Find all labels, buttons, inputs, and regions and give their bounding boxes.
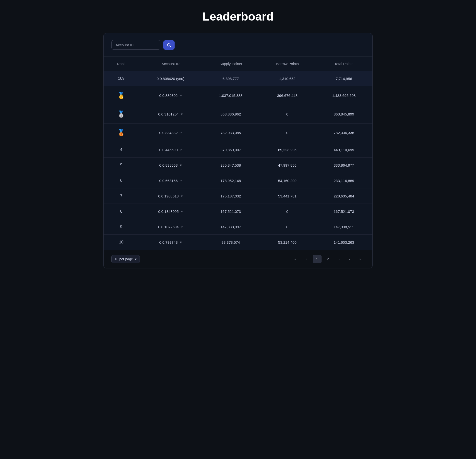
table-row: 4 0.0.445590 ↗ 379,869,007 69,223,296 44… xyxy=(104,142,372,158)
prev-page-button[interactable]: ‹ xyxy=(302,255,311,263)
table-header: Rank Account ID Supply Points Borrow Poi… xyxy=(104,57,372,71)
supply-points-cell: 863,836,962 xyxy=(202,105,259,124)
highlighted-supply-points: 6,398,777 xyxy=(202,71,259,86)
account-id-cell: 0.0.663166 ↗ xyxy=(139,173,202,188)
table-row: 9 0.0.1072694 ↗ 147,338,097 0 147,338,51… xyxy=(104,219,372,235)
rank-number: 8 xyxy=(104,204,139,219)
rank-medal: 🥉 xyxy=(104,124,139,142)
leaderboard-table: Rank Account ID Supply Points Borrow Poi… xyxy=(104,57,372,250)
supply-points-cell: 1,037,015,388 xyxy=(202,86,259,105)
account-link[interactable]: 0.0.445590 ↗ xyxy=(159,148,182,152)
svg-line-1 xyxy=(170,46,170,46)
account-link[interactable]: 0.0.1072694 ↗ xyxy=(158,225,183,229)
table-body: 109 0.0.808420 (you) 6,398,777 1,310,652… xyxy=(104,71,372,250)
account-id-cell: 0.0.1348095 ↗ xyxy=(139,204,202,219)
account-link[interactable]: 0.0.880302 ↗ xyxy=(159,93,182,98)
total-points-cell: 147,338,511 xyxy=(315,219,372,235)
next-page-button[interactable]: › xyxy=(345,255,354,263)
rank-number: 5 xyxy=(104,158,139,173)
borrow-points-cell: 0 xyxy=(259,105,315,124)
page-1-button[interactable]: 1 xyxy=(313,255,321,263)
table-row: 🥈 0.0.3161254 ↗ 863,836,962 0 863,845,89… xyxy=(104,105,372,124)
account-id-cell: 0.0.838563 ↗ xyxy=(139,158,202,173)
first-page-button[interactable]: « xyxy=(291,255,300,263)
per-page-label: 10 per page xyxy=(115,257,133,261)
account-id-search-input[interactable] xyxy=(111,40,160,50)
borrow-points-cell: 0 xyxy=(259,219,315,235)
page-2-button[interactable]: 2 xyxy=(323,255,332,263)
table-row: 10 0.0.793748 ↗ 88,378,574 53,214,400 14… xyxy=(104,235,372,250)
highlighted-total-points: 7,714,956 xyxy=(315,71,372,86)
account-id-cell: 0.0.445590 ↗ xyxy=(139,142,202,158)
chevron-down-icon: ▾ xyxy=(135,257,137,261)
account-link[interactable]: 0.0.1348095 ↗ xyxy=(158,209,183,214)
total-points-cell: 141,603,263 xyxy=(315,235,372,250)
table-row: 🥉 0.0.834832 ↗ 782,033,085 0 782,036,338 xyxy=(104,124,372,142)
highlighted-borrow-points: 1,310,652 xyxy=(259,71,315,86)
borrow-points-cell: 0 xyxy=(259,204,315,219)
external-link-icon: ↗ xyxy=(180,225,183,229)
per-page-dropdown[interactable]: 10 per page ▾ xyxy=(111,255,140,263)
account-id-cell: 0.0.1988618 ↗ xyxy=(139,188,202,204)
external-link-icon: ↗ xyxy=(180,112,183,116)
supply-points-cell: 379,869,007 xyxy=(202,142,259,158)
search-button[interactable] xyxy=(163,40,175,50)
col-total-points: Total Points xyxy=(315,57,372,71)
borrow-points-cell: 53,214,400 xyxy=(259,235,315,250)
page-title: Leaderboard xyxy=(202,10,274,23)
rank-number: 10 xyxy=(104,235,139,250)
total-points-cell: 1,433,695,608 xyxy=(315,86,372,105)
supply-points-cell: 88,378,574 xyxy=(202,235,259,250)
rank-number: 6 xyxy=(104,173,139,188)
total-points-cell: 333,864,977 xyxy=(315,158,372,173)
account-id-cell: 0.0.834832 ↗ xyxy=(139,124,202,142)
rank-medal: 🥈 xyxy=(104,105,139,124)
search-section xyxy=(104,33,372,57)
account-link[interactable]: 0.0.834832 ↗ xyxy=(159,131,182,135)
table-row: 5 0.0.838563 ↗ 285,847,538 47,997,856 33… xyxy=(104,158,372,173)
total-points-cell: 233,116,889 xyxy=(315,173,372,188)
col-rank: Rank xyxy=(104,57,139,71)
table-row: 7 0.0.1988618 ↗ 175,187,032 53,441,781 2… xyxy=(104,188,372,204)
table-row: 8 0.0.1348095 ↗ 167,521,073 0 167,521,07… xyxy=(104,204,372,219)
external-link-icon: ↗ xyxy=(179,148,182,152)
last-page-button[interactable]: » xyxy=(356,255,365,263)
borrow-points-cell: 396,676,448 xyxy=(259,86,315,105)
col-supply-points: Supply Points xyxy=(202,57,259,71)
external-link-icon: ↗ xyxy=(179,163,182,167)
account-id-cell: 0.0.1072694 ↗ xyxy=(139,219,202,235)
external-link-icon: ↗ xyxy=(179,179,182,183)
highlighted-rank: 109 xyxy=(104,71,139,86)
page-3-button[interactable]: 3 xyxy=(334,255,343,263)
leaderboard-container: Rank Account ID Supply Points Borrow Poi… xyxy=(103,33,373,268)
account-link[interactable]: 0.0.3161254 ↗ xyxy=(158,112,183,116)
external-link-icon: ↗ xyxy=(180,210,183,213)
account-link[interactable]: 0.0.838563 ↗ xyxy=(159,163,182,167)
borrow-points-cell: 0 xyxy=(259,124,315,142)
total-points-cell: 167,521,073 xyxy=(315,204,372,219)
account-link[interactable]: 0.0.663166 ↗ xyxy=(159,179,182,183)
highlighted-account-id: 0.0.808420 (you) xyxy=(139,71,202,86)
total-points-cell: 782,036,338 xyxy=(315,124,372,142)
external-link-icon: ↗ xyxy=(179,131,182,135)
rank-medal: 🥇 xyxy=(104,86,139,105)
page-number-buttons: 123 xyxy=(313,255,343,263)
supply-points-cell: 147,338,097 xyxy=(202,219,259,235)
external-link-icon: ↗ xyxy=(179,241,182,244)
medal-icon: 🥉 xyxy=(117,129,125,136)
table-row: 🥇 0.0.880302 ↗ 1,037,015,388 396,676,448… xyxy=(104,86,372,105)
total-points-cell: 228,635,484 xyxy=(315,188,372,204)
total-points-cell: 449,110,699 xyxy=(315,142,372,158)
table-row: 6 0.0.663166 ↗ 178,952,148 54,160,200 23… xyxy=(104,173,372,188)
medal-icon: 🥇 xyxy=(117,92,125,99)
supply-points-cell: 285,847,538 xyxy=(202,158,259,173)
account-link[interactable]: 0.0.1988618 ↗ xyxy=(158,194,183,198)
pagination: 10 per page ▾ « ‹ 123 › » xyxy=(104,250,372,268)
account-link[interactable]: 0.0.793748 ↗ xyxy=(159,240,182,244)
borrow-points-cell: 54,160,200 xyxy=(259,173,315,188)
highlighted-row: 109 0.0.808420 (you) 6,398,777 1,310,652… xyxy=(104,71,372,86)
total-points-cell: 863,845,899 xyxy=(315,105,372,124)
account-id-cell: 0.0.793748 ↗ xyxy=(139,235,202,250)
search-icon xyxy=(167,43,171,47)
account-id-cell: 0.0.3161254 ↗ xyxy=(139,105,202,124)
